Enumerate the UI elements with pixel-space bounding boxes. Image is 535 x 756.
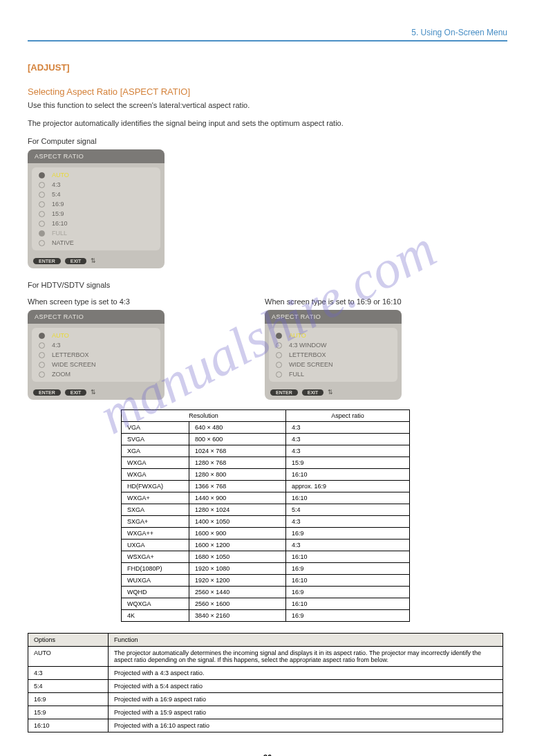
- cell: 16:10: [286, 598, 410, 610]
- cell: 1920 × 1200: [189, 575, 286, 587]
- cell: 1680 × 1050: [189, 551, 286, 563]
- osd-option-169[interactable]: 16:9: [32, 199, 160, 209]
- osd-option-label: ZOOM: [52, 371, 71, 378]
- radio-icon: [39, 192, 45, 198]
- osd-option-letterbox[interactable]: LETTERBOX: [269, 350, 397, 360]
- osd-option-widescreen[interactable]: WIDE SCREEN: [32, 360, 160, 369]
- table-row: XGA1024 × 7684:3: [122, 445, 410, 457]
- sub-label-computer: For Computer signal: [28, 137, 507, 145]
- cell: FHD(1080P): [122, 563, 189, 575]
- osd-option-1610[interactable]: 16:10: [32, 219, 160, 228]
- osd-option-list: AUTO 4:3 LETTERBOX WIDE SCREEN ZOOM: [32, 328, 160, 382]
- radio-icon: [276, 371, 282, 378]
- cell: 1600 × 900: [189, 528, 286, 540]
- radio-icon: [39, 371, 45, 378]
- menu-path: [ADJUST]: [28, 62, 507, 73]
- osd-option-auto[interactable]: AUTO: [32, 170, 160, 180]
- cell: 640 × 480: [189, 422, 286, 434]
- cell: 1024 × 768: [189, 445, 286, 457]
- table-row: 4K3840 × 216016:9: [122, 610, 410, 622]
- table-row: 16:9Projected with a 16:9 aspect ratio: [28, 693, 503, 706]
- body-text-2: The projector automatically identifies t…: [28, 119, 507, 127]
- cell: 1400 × 1050: [189, 516, 286, 528]
- osd-option-auto[interactable]: AUTO: [269, 331, 397, 340]
- osd3-caption: When screen type is set to 16:9 or 16:10: [265, 297, 402, 306]
- enter-button[interactable]: ENTER: [33, 258, 61, 264]
- table-header-row: Options Function: [28, 634, 503, 647]
- header-section-label: 5. Using On-Screen Menu: [28, 28, 507, 40]
- cell: WXGA: [122, 457, 189, 469]
- cell: 4:3: [286, 422, 410, 434]
- osd-option-widescreen[interactable]: WIDE SCREEN: [269, 360, 397, 369]
- osd-col-right: When screen type is set to 16:9 or 16:10…: [265, 293, 402, 400]
- page-number: 96: [28, 753, 507, 756]
- osd-option-label: WIDE SCREEN: [52, 361, 96, 368]
- osd-option-label: 16:9: [52, 201, 64, 208]
- radio-icon: [39, 342, 45, 349]
- radio-icon: [39, 221, 45, 227]
- osd-option-43window[interactable]: 4:3 WINDOW: [269, 340, 397, 350]
- cell: 16:9: [286, 563, 410, 575]
- osd-option-label: WIDE SCREEN: [289, 361, 333, 368]
- table-row: HD(FWXGA)1366 × 768approx. 16:9: [122, 481, 410, 492]
- radio-icon: [276, 333, 282, 339]
- cell: WQXGA: [122, 598, 189, 610]
- osd-option-label: AUTO: [52, 332, 69, 339]
- cell: 16:10: [28, 719, 109, 732]
- cell: 16:9: [286, 610, 410, 622]
- osd-option-zoom[interactable]: ZOOM: [32, 369, 160, 379]
- osd-option-54[interactable]: 5:4: [32, 190, 160, 199]
- aspect-function-table: Options Function AUTOThe projector autom…: [28, 633, 503, 732]
- cell: approx. 16:9: [286, 481, 410, 492]
- table-row: WXGA++1600 × 90016:9: [122, 528, 410, 540]
- osd-option-label: 15:9: [52, 210, 64, 217]
- table-row: WQXGA2560 × 160016:10: [122, 598, 410, 610]
- osd-option-native[interactable]: NATIVE: [32, 238, 160, 248]
- cell: WSXGA+: [122, 551, 189, 563]
- exit-button[interactable]: EXIT: [302, 389, 324, 396]
- body-text-1: Use this function to select the screen's…: [28, 101, 507, 109]
- cell: AUTO: [28, 647, 109, 667]
- osd-title: ASPECT RATIO: [265, 310, 402, 324]
- cell: 2560 × 1600: [189, 598, 286, 610]
- radio-icon: [39, 201, 45, 208]
- cell: 16:9: [286, 587, 410, 598]
- cell: 4:3: [286, 540, 410, 551]
- page-content: 5. Using On-Screen Menu [ADJUST] Selecti…: [0, 0, 535, 756]
- enter-button[interactable]: ENTER: [33, 389, 61, 396]
- osd-option-full[interactable]: FULL: [269, 369, 397, 379]
- osd-title: ASPECT RATIO: [28, 149, 165, 163]
- osd-option-label: 16:10: [52, 220, 68, 227]
- osd-option-43[interactable]: 4:3: [32, 340, 160, 350]
- table-row: 5:4Projected with a 5:4 aspect ratio: [28, 680, 503, 693]
- arrows-icon: ⇅: [91, 257, 96, 264]
- enter-button[interactable]: ENTER: [270, 389, 298, 396]
- cell: Projected with a 15:9 aspect ratio: [108, 706, 503, 719]
- cell: WXGA+: [122, 492, 189, 504]
- table-row: SXGA+1400 × 10504:3: [122, 516, 410, 528]
- cell: 4K: [122, 610, 189, 622]
- table-header-row: Resolution Aspect ratio: [122, 410, 410, 422]
- radio-icon: [39, 240, 45, 246]
- osd-option-43[interactable]: 4:3: [32, 180, 160, 190]
- exit-button[interactable]: EXIT: [65, 389, 87, 396]
- table-row: WSXGA+1680 × 105016:10: [122, 551, 410, 563]
- cell: 16:9: [28, 693, 109, 706]
- cell: 3840 × 2160: [189, 610, 286, 622]
- osd-option-label: FULL: [52, 230, 67, 237]
- radio-icon: [276, 362, 282, 368]
- exit-button[interactable]: EXIT: [65, 258, 87, 264]
- cell: WUXGA: [122, 575, 189, 587]
- table-row: UXGA1600 × 12004:3: [122, 540, 410, 551]
- cell: 16:10: [286, 575, 410, 587]
- table-row: VGA640 × 4804:3: [122, 422, 410, 434]
- osd-option-letterbox[interactable]: LETTERBOX: [32, 350, 160, 360]
- function-header: Function: [108, 634, 503, 647]
- osd-option-auto[interactable]: AUTO: [32, 331, 160, 340]
- aspect-header: Aspect ratio: [286, 410, 410, 422]
- osd-option-159[interactable]: 15:9: [32, 209, 160, 219]
- cell: 4:3: [286, 516, 410, 528]
- radio-icon: [276, 342, 282, 349]
- cell: Projected with a 5:4 aspect ratio: [108, 680, 503, 693]
- osd-col-left: When screen type is set to 4:3 ASPECT RA…: [28, 293, 165, 400]
